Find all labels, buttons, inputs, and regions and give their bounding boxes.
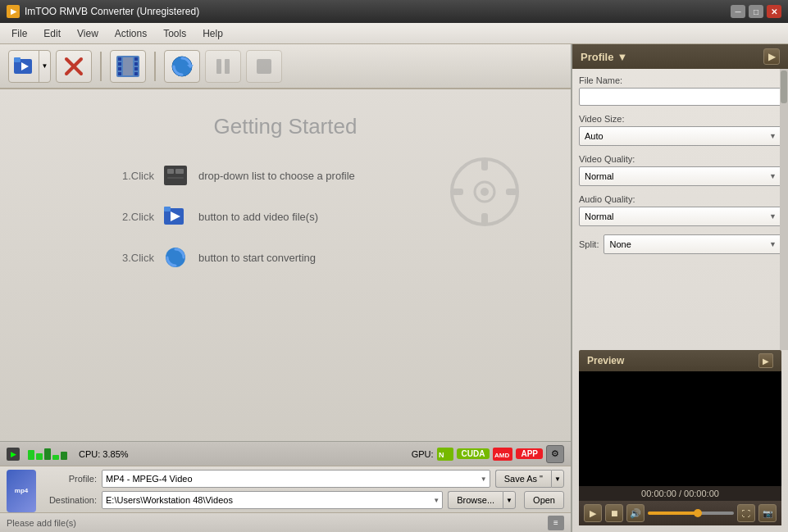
svg-rect-9: [118, 72, 121, 75]
profile-select[interactable]: MP4 - MPEG-4 Video: [102, 470, 490, 488]
toolbar: ▼: [0, 44, 571, 89]
screenshot-button[interactable]: 📷: [758, 504, 777, 522]
open-button[interactable]: Open: [524, 491, 564, 509]
menu-edit[interactable]: Edit: [35, 25, 69, 43]
preview-section: Preview ▶ 00:00:00 / 00:00:00 ▶ ⏹ 🔊 ⛶ 📷: [572, 350, 788, 532]
svg-rect-22: [167, 169, 174, 174]
bar-2: [36, 453, 43, 460]
browse-button[interactable]: Browse...: [448, 491, 503, 509]
add-video-button[interactable]: ▼: [8, 50, 51, 83]
stop-button[interactable]: [246, 50, 282, 83]
convert-button[interactable]: [164, 50, 200, 83]
add-files-button[interactable]: [110, 50, 146, 83]
video-quality-label: Video Quality:: [579, 154, 781, 164]
volume-button[interactable]: 🔊: [626, 504, 645, 522]
profile-header: Profile ▼ ▶: [572, 44, 788, 69]
statusbar: ▶ CPU: 3.85% GPU: N CUDA: [0, 441, 571, 466]
right-panel-scrollbar[interactable]: [780, 69, 788, 350]
svg-rect-12: [134, 67, 138, 70]
remove-button[interactable]: [56, 50, 92, 83]
audio-quality-group: Audio Quality: Normal Low High: [579, 194, 781, 226]
instruction-1: 1.Click drop-down list to choose a profi…: [89, 164, 482, 187]
nvidia-icon: N: [437, 448, 453, 461]
svg-rect-6: [118, 57, 121, 61]
save-as-dropdown-arrow[interactable]: ▼: [551, 470, 564, 488]
svg-rect-13: [134, 72, 138, 75]
add-video-dropdown-arrow[interactable]: ▼: [39, 51, 50, 82]
cpu-label: CPU:: [79, 449, 100, 459]
close-button[interactable]: ✕: [767, 5, 781, 18]
volume-slider[interactable]: [648, 512, 734, 515]
cpu-value: 3.85%: [102, 449, 128, 459]
file-name-group: File Name:: [579, 75, 781, 106]
stop-preview-button[interactable]: ⏹: [605, 504, 623, 522]
saveas-wrapper: Save As " ▼: [495, 470, 564, 488]
svg-text:AMD: AMD: [494, 452, 509, 459]
split-select-wrapper: None By Size By Time: [604, 234, 781, 254]
app-badge: APP: [516, 448, 543, 459]
audio-quality-select-wrapper: Normal Low High: [579, 207, 781, 226]
instruction-3: 3.Click button to start converting: [89, 246, 482, 269]
right-panel: Profile ▼ ▶ File Name: Video Size: Auto …: [571, 44, 788, 532]
titlebar-controls: ─ □ ✕: [731, 5, 781, 18]
preview-expand-button[interactable]: ▶: [758, 353, 773, 368]
instruction-2: 2.Click button to add video file(s): [89, 205, 482, 228]
split-label: Split:: [579, 239, 599, 249]
main-container: ▼: [0, 44, 788, 532]
pause-button[interactable]: [205, 50, 241, 83]
menu-view[interactable]: View: [69, 25, 107, 43]
svg-rect-2: [14, 57, 20, 62]
instruction-text-3: button to start converting: [198, 252, 316, 264]
save-as-button[interactable]: Save As ": [495, 470, 551, 488]
file-name-label: File Name:: [579, 75, 781, 85]
file-name-input[interactable]: [579, 88, 781, 106]
svg-rect-24: [167, 177, 184, 179]
profile-expand-button[interactable]: ▶: [763, 48, 780, 65]
destination-label: Destination:: [39, 495, 97, 505]
browse-dropdown-arrow[interactable]: ▼: [503, 491, 516, 509]
page-icon: ≡: [553, 518, 558, 527]
instruction-icon-2: [162, 205, 189, 228]
split-select[interactable]: None By Size By Time: [604, 234, 781, 254]
menu-file[interactable]: File: [3, 25, 35, 43]
svg-rect-34: [452, 189, 463, 195]
status-text-row: Please add file(s) ≡: [0, 512, 571, 532]
profile-label: Profile:: [39, 474, 97, 484]
audio-quality-select[interactable]: Normal Low High: [579, 207, 781, 226]
chevron-down-icon: ▼: [617, 51, 627, 63]
svg-rect-11: [134, 62, 138, 66]
svg-rect-8: [118, 67, 121, 70]
instruction-num-1: 1.Click: [89, 170, 154, 182]
volume-thumb: [694, 509, 702, 517]
content-area: Getting Started 1.Click drop-down list t…: [0, 89, 571, 441]
destination-select[interactable]: E:\Users\Workstation 48\Videos: [102, 491, 443, 509]
audio-quality-label: Audio Quality:: [579, 194, 781, 204]
browse-wrapper: Browse... ▼: [448, 491, 516, 509]
titlebar-left: ▶ ImTOO RMVB Converter (Unregistered): [7, 5, 199, 18]
fullscreen-button[interactable]: ⛶: [737, 504, 755, 522]
fullscreen-icon: ⛶: [742, 509, 750, 518]
profile-header-title: Profile ▼: [581, 51, 627, 63]
menu-tools[interactable]: Tools: [155, 25, 194, 43]
menu-help[interactable]: Help: [194, 25, 231, 43]
profile-fields-panel: File Name: Video Size: Auto Original 320…: [572, 69, 788, 350]
video-size-select[interactable]: Auto Original 320x240 640x480: [579, 126, 781, 146]
minimize-button[interactable]: ─: [731, 5, 745, 18]
bar-1: [28, 450, 34, 460]
split-row: Split: None By Size By Time: [579, 234, 781, 254]
menu-actions[interactable]: Actions: [107, 25, 155, 43]
instruction-num-3: 3.Click: [89, 252, 154, 264]
settings-button[interactable]: ⚙: [546, 445, 564, 463]
preview-header: Preview ▶: [579, 350, 781, 371]
toolbar-separator-1: [100, 52, 102, 81]
titlebar: ▶ ImTOO RMVB Converter (Unregistered) ─ …: [0, 0, 788, 23]
maximize-button[interactable]: □: [749, 5, 763, 18]
camera-icon: 📷: [763, 509, 772, 518]
svg-rect-20: [257, 59, 271, 74]
video-quality-select[interactable]: Normal Low High: [579, 166, 781, 186]
video-size-select-wrapper: Auto Original 320x240 640x480: [579, 126, 781, 146]
bar-3: [44, 448, 51, 460]
page-icon-button[interactable]: ≡: [548, 516, 564, 530]
instruction-text-1: drop-down list to choose a profile: [198, 170, 355, 182]
play-button[interactable]: ▶: [584, 504, 602, 522]
